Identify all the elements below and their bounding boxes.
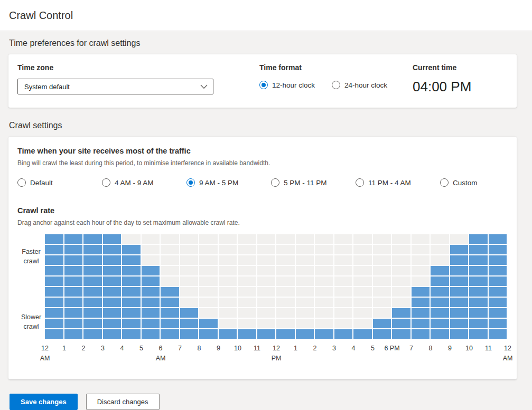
crawl-rate-cell[interactable]: [103, 319, 122, 328]
time-zone-select[interactable]: System default: [17, 79, 213, 94]
traffic-time-option[interactable]: Custom: [440, 178, 508, 187]
crawl-rate-cell[interactable]: [431, 245, 449, 254]
crawl-rate-cell[interactable]: [142, 255, 160, 265]
crawl-rate-cell[interactable]: [489, 287, 507, 297]
crawl-rate-cell[interactable]: [64, 276, 83, 286]
crawl-rate-cell[interactable]: [296, 319, 314, 328]
crawl-rate-cell[interactable]: [142, 287, 160, 297]
crawl-rate-cell[interactable]: [392, 276, 410, 286]
crawl-rate-cell[interactable]: [315, 329, 333, 339]
crawl-rate-cell[interactable]: [450, 329, 469, 339]
crawl-rate-cell[interactable]: [392, 319, 410, 328]
crawl-rate-cell[interactable]: [431, 266, 449, 275]
crawl-rate-cell[interactable]: [83, 329, 102, 339]
crawl-rate-cell[interactable]: [334, 308, 353, 318]
time-format-option[interactable]: 12-hour clock: [259, 81, 315, 89]
crawl-rate-cell[interactable]: [83, 245, 102, 254]
crawl-rate-cell[interactable]: [373, 329, 391, 339]
crawl-rate-cell[interactable]: [238, 234, 256, 244]
crawl-rate-cell[interactable]: [296, 308, 314, 318]
crawl-rate-cell[interactable]: [450, 234, 469, 244]
crawl-rate-cell[interactable]: [45, 266, 63, 275]
crawl-rate-cell[interactable]: [353, 266, 372, 275]
crawl-rate-cell[interactable]: [315, 319, 333, 328]
traffic-time-option[interactable]: 5 PM - 11 PM: [271, 178, 339, 187]
crawl-rate-cell[interactable]: [469, 255, 488, 265]
crawl-rate-cell[interactable]: [161, 319, 179, 328]
crawl-rate-cell[interactable]: [353, 234, 372, 244]
crawl-rate-cell[interactable]: [199, 234, 218, 244]
crawl-rate-cell[interactable]: [469, 234, 488, 244]
radio-unselected-icon[interactable]: [332, 81, 340, 89]
crawl-rate-cell[interactable]: [450, 266, 469, 275]
crawl-rate-cell[interactable]: [64, 255, 83, 265]
crawl-rate-cell[interactable]: [238, 287, 256, 297]
crawl-rate-cell[interactable]: [64, 329, 83, 339]
crawl-rate-cell[interactable]: [296, 329, 314, 339]
crawl-rate-cell[interactable]: [122, 319, 141, 328]
crawl-rate-cell[interactable]: [161, 329, 179, 339]
crawl-rate-cell[interactable]: [373, 234, 391, 244]
crawl-rate-cell[interactable]: [64, 234, 83, 244]
crawl-rate-cell[interactable]: [45, 308, 63, 318]
crawl-rate-cell[interactable]: [161, 298, 179, 307]
crawl-rate-cell[interactable]: [276, 276, 295, 286]
crawl-rate-cell[interactable]: [315, 276, 333, 286]
radio-selected-icon[interactable]: [186, 178, 195, 187]
crawl-rate-cell[interactable]: [412, 319, 430, 328]
crawl-rate-cell[interactable]: [161, 276, 179, 286]
crawl-rate-cell[interactable]: [257, 255, 276, 265]
crawl-rate-cell[interactable]: [353, 319, 372, 328]
crawl-rate-cell[interactable]: [103, 276, 122, 286]
radio-unselected-icon[interactable]: [17, 178, 26, 187]
traffic-time-option[interactable]: 11 PM - 4 AM: [356, 178, 423, 187]
traffic-time-option[interactable]: Default: [17, 178, 85, 187]
crawl-rate-cell[interactable]: [161, 245, 179, 254]
crawl-rate-cell[interactable]: [412, 245, 430, 254]
crawl-rate-cell[interactable]: [276, 245, 295, 254]
crawl-rate-cell[interactable]: [373, 266, 391, 275]
crawl-rate-cell[interactable]: [276, 329, 295, 339]
crawl-rate-cell[interactable]: [334, 266, 353, 275]
crawl-rate-cell[interactable]: [257, 319, 276, 328]
crawl-rate-cell[interactable]: [199, 329, 218, 339]
crawl-rate-cell[interactable]: [373, 245, 391, 254]
crawl-rate-cell[interactable]: [392, 287, 410, 297]
crawl-rate-cell[interactable]: [180, 287, 199, 297]
crawl-rate-cell[interactable]: [412, 234, 430, 244]
crawl-rate-cell[interactable]: [334, 287, 353, 297]
crawl-rate-cell[interactable]: [180, 266, 199, 275]
crawl-rate-cell[interactable]: [83, 266, 102, 275]
crawl-rate-cell[interactable]: [199, 276, 218, 286]
crawl-rate-cell[interactable]: [450, 255, 469, 265]
crawl-rate-cell[interactable]: [392, 308, 410, 318]
crawl-rate-cell[interactable]: [334, 255, 353, 265]
crawl-rate-cell[interactable]: [276, 255, 295, 265]
crawl-rate-cell[interactable]: [45, 245, 63, 254]
crawl-rate-cell[interactable]: [122, 255, 141, 265]
crawl-rate-cell[interactable]: [122, 287, 141, 297]
crawl-rate-cell[interactable]: [450, 287, 469, 297]
crawl-rate-cell[interactable]: [64, 298, 83, 307]
crawl-rate-cell[interactable]: [180, 245, 199, 254]
crawl-rate-cell[interactable]: [276, 287, 295, 297]
crawl-rate-cell[interactable]: [45, 287, 63, 297]
crawl-rate-cell[interactable]: [142, 319, 160, 328]
crawl-rate-cell[interactable]: [296, 255, 314, 265]
crawl-rate-cell[interactable]: [219, 276, 237, 286]
crawl-rate-cell[interactable]: [161, 308, 179, 318]
crawl-rate-cell[interactable]: [412, 276, 430, 286]
crawl-rate-cell[interactable]: [373, 308, 391, 318]
crawl-rate-cell[interactable]: [469, 329, 488, 339]
radio-unselected-icon[interactable]: [102, 178, 110, 187]
crawl-rate-cell[interactable]: [142, 245, 160, 254]
crawl-rate-cell[interactable]: [122, 298, 141, 307]
crawl-rate-cell[interactable]: [257, 287, 276, 297]
crawl-rate-cell[interactable]: [257, 245, 276, 254]
crawl-rate-cell[interactable]: [103, 245, 122, 254]
crawl-rate-cell[interactable]: [142, 298, 160, 307]
crawl-rate-cell[interactable]: [64, 245, 83, 254]
crawl-rate-cell[interactable]: [103, 255, 122, 265]
crawl-rate-cell[interactable]: [373, 287, 391, 297]
crawl-rate-cell[interactable]: [334, 298, 353, 307]
